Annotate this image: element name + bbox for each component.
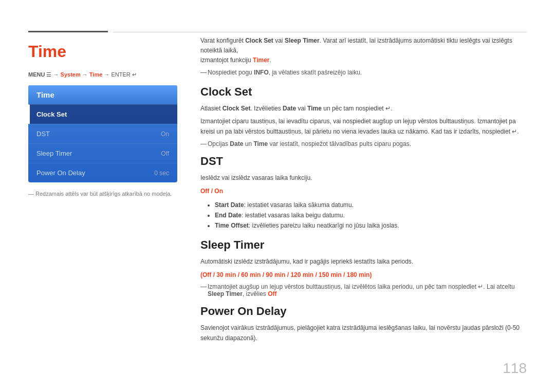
- menu-item-label: Clock Set: [36, 110, 67, 118]
- menu-item-label: Power On Delay: [36, 169, 85, 177]
- menu-path: MENU ☰ → System → Time → ENTER ↵: [28, 71, 182, 78]
- section-dst-options: Off / On: [200, 186, 527, 197]
- section-body-power-on-delay: Savienojot vairākus izstrādājumus, pielā…: [200, 323, 527, 344]
- section-title-clock-set: Clock Set: [200, 85, 527, 99]
- menu-item-power-on-delay[interactable]: Power On Delay 0 sec: [28, 163, 177, 182]
- intro-note: Nospiediet pogu INFO, ja vēlaties skatīt…: [200, 69, 527, 76]
- section-note-clock-set: Opcijas Date un Time var iestatīt, nospi…: [200, 140, 527, 147]
- section-body-clock-set-1: Atlasiet Clock Set. Izvēlieties Date vai…: [200, 104, 527, 114]
- top-divider-left: [28, 31, 108, 32]
- menu-item-sleep-timer[interactable]: Sleep Timer Off: [28, 143, 177, 163]
- section-title-dst: DST: [200, 155, 527, 168]
- left-panel: Time MENU ☰ → System → Time → ENTER ↵ Ti…: [28, 36, 182, 197]
- menu-item-label: Sleep Timer: [36, 150, 72, 157]
- menu-item-value: On: [161, 130, 169, 138]
- dst-bullet-start-date: Start Date: iestatiet vasaras laika sāku…: [215, 200, 527, 210]
- menu-item-label: DST: [36, 130, 50, 138]
- dst-bullet-end-date: End Date: iestatiet vasaras laika beigu …: [215, 210, 527, 220]
- top-divider-right: [113, 32, 527, 32]
- sleep-timer-options: (Off / 30 min / 60 min / 90 min / 120 mi…: [200, 270, 527, 281]
- tv-menu-title: Time: [28, 85, 177, 104]
- left-footnote: Redzamais attēls var būt atšķirīgs atkar…: [28, 191, 182, 197]
- page-number: 118: [503, 360, 527, 377]
- intro-text-line1: Varat konfigurēt Clock Set vai Sleep Tim…: [200, 36, 527, 66]
- right-panel: Varat konfigurēt Clock Set vai Sleep Tim…: [200, 36, 527, 347]
- section-body-clock-set-2: Izmantojiet ciparu taustiņus, lai ievadī…: [200, 117, 527, 137]
- section-note-sleep-timer: Izmantojiet augšup un lejup vērstos bult…: [200, 283, 527, 297]
- menu-item-clock-set[interactable]: Clock Set: [28, 104, 177, 124]
- page-title: Time: [28, 42, 182, 61]
- menu-item-value: Off: [161, 150, 169, 157]
- menu-item-dst[interactable]: DST On: [28, 124, 177, 143]
- section-body-dst: Ieslēdz vai izslēdz vasaras laika funkci…: [200, 173, 527, 183]
- section-body-sleep-timer: Automātiski izslēdz izstrādājumu, kad ir…: [200, 257, 527, 267]
- section-title-sleep-timer: Sleep Timer: [200, 238, 527, 252]
- dst-bullet-time-offset: Time Offset: izvēlieties pareizu laiku n…: [215, 220, 527, 231]
- dst-bullet-list: Start Date: iestatiet vasaras laika sāku…: [200, 200, 527, 231]
- menu-item-value: 0 sec: [154, 170, 169, 177]
- tv-menu: Time Clock Set DST On Sleep Timer Off Po…: [28, 85, 177, 182]
- section-title-power-on-delay: Power On Delay: [200, 305, 527, 318]
